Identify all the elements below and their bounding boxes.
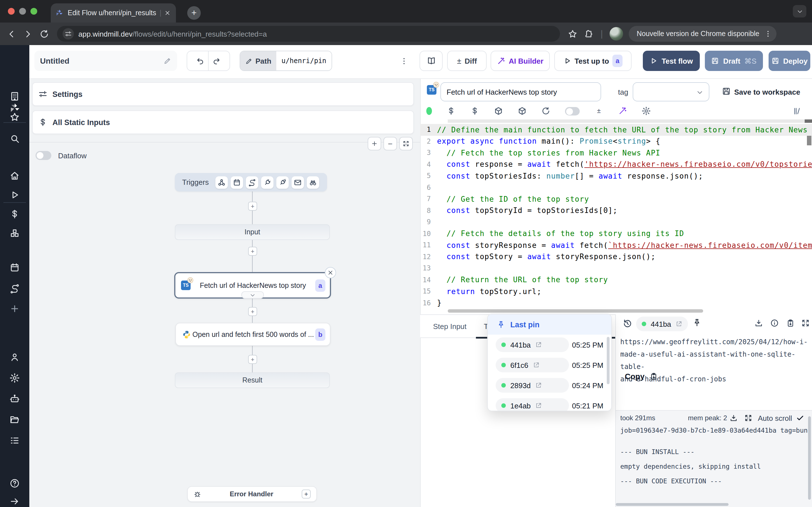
collapse-step-button[interactable]: [241, 291, 264, 298]
chrome-update-button[interactable]: Nouvelle version de Chrome disponible: [629, 26, 776, 42]
copy-result-icon[interactable]: [786, 319, 795, 327]
editor-horizontal-scrollbar[interactable]: [448, 309, 703, 313]
fit-view-button[interactable]: [399, 137, 413, 151]
plus-icon[interactable]: [10, 304, 20, 314]
code-line[interactable]: 11 const storyResponse = await fetch(`ht…: [420, 239, 812, 251]
editor-toggle[interactable]: [565, 107, 580, 115]
external-link-icon[interactable]: [535, 402, 542, 409]
gear-icon[interactable]: [642, 107, 651, 115]
help-icon[interactable]: [10, 478, 20, 489]
plus-minus-icon[interactable]: ±: [594, 107, 603, 115]
insert-step-button[interactable]: +: [248, 247, 257, 256]
window-minimize-button[interactable]: [19, 8, 26, 15]
dropdown-scrollbar[interactable]: [607, 337, 610, 384]
code-editor[interactable]: 1// Define the main function to fetch th…: [420, 124, 812, 309]
code-line[interactable]: 3 // Fetch the top stories from Hacker N…: [420, 147, 812, 159]
webhook-icon[interactable]: [215, 176, 228, 188]
pin-menu-item[interactable]: 1e4ab05:21 PM: [488, 395, 611, 411]
scrollbar-thumb[interactable]: [805, 119, 812, 123]
code-line[interactable]: 5 const topStoriesIds: number[] = await …: [420, 170, 812, 182]
code-line[interactable]: 13: [420, 263, 812, 274]
wand-icon[interactable]: [618, 107, 627, 115]
edit-name-icon[interactable]: [163, 57, 171, 65]
address-bar[interactable]: app.windmill.dev/flows/edit/u/henri/pin_…: [57, 26, 560, 42]
dollar-icon[interactable]: [447, 107, 456, 115]
refresh-icon[interactable]: [541, 107, 550, 115]
download-icon[interactable]: [755, 319, 763, 327]
code-line[interactable]: 6: [420, 182, 812, 193]
site-info-icon[interactable]: [63, 28, 74, 40]
home-icon[interactable]: [10, 171, 20, 181]
code-line[interactable]: 7 // Get the ID of the top story: [420, 193, 812, 205]
error-handler-node[interactable]: Error Handler +: [187, 486, 317, 502]
more-options-button[interactable]: [398, 51, 409, 71]
browser-tab[interactable]: Edit Flow u/henri/pin_results |: [51, 3, 176, 22]
new-tab-button[interactable]: +: [187, 6, 201, 20]
last-pin-option[interactable]: Last pin: [488, 314, 611, 335]
person-icon[interactable]: [10, 352, 20, 362]
dollar-icon[interactable]: [10, 209, 20, 219]
flow-settings-button[interactable]: Settings: [32, 82, 414, 106]
add-error-handler-button[interactable]: +: [302, 490, 311, 499]
back-icon[interactable]: [7, 29, 16, 39]
code-line[interactable]: 4 const response = await fetch('https://…: [420, 159, 812, 170]
insert-step-button[interactable]: +: [248, 355, 257, 364]
job-id-pill[interactable]: 441ba: [496, 337, 569, 352]
gear-icon[interactable]: [10, 373, 20, 383]
pin-menu-item[interactable]: 6f1c605:25 PM: [488, 355, 611, 375]
window-close-button[interactable]: [8, 8, 15, 15]
list-icon[interactable]: [10, 436, 20, 446]
job-id-pill[interactable]: 6f1c6: [496, 358, 569, 372]
pin-icon[interactable]: [693, 318, 702, 327]
job-id-pill[interactable]: 2893d: [496, 378, 569, 393]
code-line[interactable]: 14 // Return the URL of the top story: [420, 274, 812, 286]
code-line[interactable]: 16}: [420, 297, 812, 309]
plug-bolt-icon[interactable]: [276, 176, 289, 188]
forward-icon[interactable]: [23, 29, 33, 39]
save-to-workspace-button[interactable]: Save to workspace: [734, 88, 800, 96]
package-icon[interactable]: [494, 107, 503, 115]
triggers-node[interactable]: Triggers: [175, 173, 327, 191]
bookmark-icon[interactable]: [568, 29, 577, 39]
robot-icon[interactable]: [10, 394, 20, 404]
code-line[interactable]: 10 // Fetch the details of the top story…: [420, 228, 812, 239]
path-field[interactable]: Path u/henri/pin: [240, 51, 332, 71]
code-line[interactable]: 15 return topStory.url;: [420, 286, 812, 297]
test-up-to-button[interactable]: Test up to a: [554, 51, 631, 71]
code-line[interactable]: 9: [420, 216, 812, 228]
log-horizontal-scrollbar[interactable]: [616, 503, 728, 506]
editor-top-scrollbar[interactable]: [448, 119, 805, 123]
cubes-icon[interactable]: [10, 228, 20, 238]
folder-icon[interactable]: [10, 414, 20, 425]
tab-step-input[interactable]: Step Input: [433, 322, 467, 331]
tag-select[interactable]: [633, 82, 709, 101]
zoom-out-button[interactable]: −: [384, 137, 397, 151]
draft-button[interactable]: Draft ⌘S: [705, 51, 763, 71]
zoom-in-button[interactable]: [368, 137, 381, 151]
external-link-icon[interactable]: [675, 321, 682, 327]
result-job-pill[interactable]: 441ba: [636, 317, 688, 331]
tab-search-button[interactable]: [793, 5, 806, 17]
autoscroll-checkbox[interactable]: [796, 414, 804, 422]
all-static-inputs-button[interactable]: All Static Inputs: [32, 110, 414, 134]
deploy-button[interactable]: Deploy: [769, 51, 810, 71]
step-name-input[interactable]: Fetch url of HackerNews top story: [441, 82, 601, 101]
info-icon[interactable]: [770, 319, 779, 327]
insert-step-button[interactable]: +: [248, 307, 257, 316]
search-icon[interactable]: [10, 133, 20, 144]
expand-icon[interactable]: [801, 319, 810, 327]
docs-button[interactable]: [419, 51, 443, 71]
input-node[interactable]: Input: [175, 224, 330, 240]
reload-icon[interactable]: [40, 29, 49, 39]
diff-button[interactable]: ± Diff: [447, 51, 487, 71]
code-line[interactable]: 2export async function main(): Promise<s…: [420, 135, 812, 147]
flow-step-b[interactable]: Open url and fetch first 500 words of ..…: [175, 323, 331, 346]
avatar[interactable]: [610, 27, 623, 41]
arrow-right-icon[interactable]: [10, 496, 20, 506]
star-icon[interactable]: [10, 112, 20, 122]
extensions-icon[interactable]: [584, 29, 594, 39]
plug-icon[interactable]: [261, 176, 273, 188]
pin-menu-item[interactable]: 2893d05:24 PM: [488, 375, 611, 395]
delete-step-button[interactable]: [325, 267, 336, 278]
library-icon[interactable]: [793, 107, 802, 115]
